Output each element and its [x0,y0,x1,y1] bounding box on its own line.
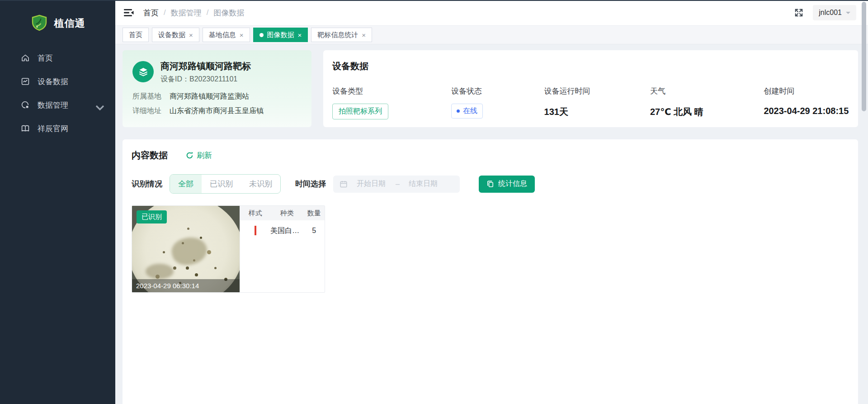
sidebar-item-home[interactable]: 首页 [0,46,115,70]
tab-base-info[interactable]: 基地信息 × [203,28,250,42]
content: 商河郑路镇顺河路靶标 设备ID：B20230211101 所属基地 商河郑路镇顺… [115,44,868,404]
sidebar-item-device-data[interactable]: 设备数据 [0,70,115,93]
device-data-panel: 设备数据 设备类型 拍照靶标系列 设备状态 在线 [323,50,858,127]
online-dot-icon [457,109,460,113]
breadcrumb-data-management: 数据管理 [171,8,202,18]
breadcrumb-home[interactable]: 首页 [143,8,159,18]
created-time-value: 2023-04-29 21:08:15 [764,106,849,116]
refresh-button[interactable]: 刷新 [186,150,212,161]
table-row: 美国白蛾… 5 [240,220,325,241]
stat-created-time: 创建时间 2023-04-29 21:08:15 [764,86,849,119]
stat-label: 创建时间 [764,86,849,96]
scrollbar[interactable] [862,2,866,111]
header-right: jnlc001 [794,5,856,20]
breadcrumb-image-data: 图像数据 [213,8,244,18]
website-book-icon [21,124,30,133]
insect-specks [182,242,184,244]
stat-label: 设备运行时间 [544,86,650,96]
tab-device-data[interactable]: 设备数据 × [152,28,199,42]
col-count: 数量 [303,209,325,218]
top-row: 商河郑路镇顺河路靶标 设备ID：B20230211101 所属基地 商河郑路镇顺… [123,50,858,127]
close-icon[interactable]: × [240,32,244,38]
tab-image-data[interactable]: 图像数据 × [253,28,308,42]
uptime-value: 131天 [544,106,650,118]
active-dot-icon [259,33,264,37]
device-address-row: 详细地址 山东省济南市商河县玉皇庙镇 [132,106,302,116]
stat-label: 设备状态 [451,86,544,96]
recognized-badge: 已识别 [137,210,167,223]
device-base-row: 所属基地 商河郑路镇顺河路监测站 [132,92,302,101]
tab-label: 基地信息 [209,31,236,39]
collapse-sidebar-icon[interactable] [123,8,134,17]
report-copy-icon [486,180,494,188]
fullscreen-icon[interactable] [794,8,804,18]
device-title: 商河郑路镇顺河路靶标 [160,61,251,71]
col-style: 样式 [240,209,270,218]
stat-label: 设备类型 [332,86,451,96]
base-label: 所属基地 [132,92,161,101]
trap-photo[interactable]: 已识别 2023-04-29 06:30:14 [132,206,240,292]
stat-weather: 天气 27℃ 北风 晴 [650,86,764,119]
close-icon[interactable]: × [298,32,302,38]
recognition-filter-label: 识别情况 [132,179,162,189]
tab-home[interactable]: 首页 [123,28,149,42]
tab-label: 设备数据 [158,31,185,39]
device-layers-icon [132,61,154,82]
stat-device-status: 设备状态 在线 [451,86,544,119]
content-data-title: 内容数据 [132,149,168,162]
filter-unrecognized[interactable]: 未识别 [241,175,280,193]
address-value: 山东省济南市商河县玉皇庙镇 [170,106,264,116]
filter-recognized[interactable]: 已识别 [202,175,241,193]
breadcrumb-separator: / [164,8,166,17]
tab-label: 靶标信息统计 [317,31,358,39]
caret-down-icon [846,12,850,16]
close-icon[interactable]: × [362,32,366,38]
species-count: 5 [303,227,325,235]
tab-label: 首页 [129,31,142,39]
online-status-tag: 在线 [451,104,483,119]
stats-info-button[interactable]: 统计信息 [479,176,535,193]
sidebar-item-label: 数据管理 [38,100,68,110]
species-name: 美国白蛾… [270,226,303,236]
sidebar-item-label: 设备数据 [38,76,68,87]
user-menu[interactable]: jnlc001 [813,5,856,20]
home-icon [21,53,30,62]
date-end-placeholder: 结束日期 [409,179,438,189]
device-id-label: 设备ID： [160,75,189,83]
device-id-value: B20230211101 [189,75,237,83]
refresh-icon [186,152,193,159]
sidebar-item-label: 首页 [38,53,53,63]
top-border [0,0,868,1]
calendar-icon [340,180,348,188]
device-type-tag: 拍照靶标系列 [332,104,388,119]
weather-value: 27℃ 北风 晴 [650,106,764,118]
filter-all[interactable]: 全部 [170,175,202,193]
tab-label: 图像数据 [267,31,294,39]
stats-button-label: 统计信息 [498,179,527,189]
top-header: 首页 / 数据管理 / 图像数据 [115,0,868,26]
col-species: 种类 [270,209,303,218]
close-icon[interactable]: × [189,32,193,38]
insect-cluster [146,264,174,279]
photo-timestamp: 2023-04-29 06:30:14 [132,279,240,292]
recognition-filter-group: 全部 已识别 未识别 [170,174,281,194]
shield-logo-icon [30,14,48,33]
tab-target-stats[interactable]: 靶标信息统计 × [311,28,372,42]
sidebar-menu: 首页 设备数据 数据管理 祥辰官网 [0,43,115,140]
app-title: 植信通 [54,17,85,30]
device-data-icon [21,77,30,86]
breadcrumb: 首页 / 数据管理 / 图像数据 [143,8,244,18]
page: 植信通 首页 设备数据 数据管理 [0,0,868,404]
online-status-label: 在线 [463,106,477,116]
app-logo[interactable]: 植信通 [0,0,115,43]
username: jnlc001 [819,9,842,17]
sidebar-item-label: 祥辰官网 [38,124,68,134]
time-select-label: 时间选择 [295,179,326,189]
base-value: 商河郑路镇顺河路监测站 [170,92,249,101]
sidebar-item-official-site[interactable]: 祥辰官网 [0,117,115,140]
breadcrumb-separator: / [207,8,209,17]
refresh-label: 刷新 [197,150,212,161]
sidebar-item-data-management[interactable]: 数据管理 [0,93,115,117]
date-range-picker[interactable]: 开始日期 – 结束日期 [333,176,460,193]
stat-device-type: 设备类型 拍照靶标系列 [332,86,451,119]
